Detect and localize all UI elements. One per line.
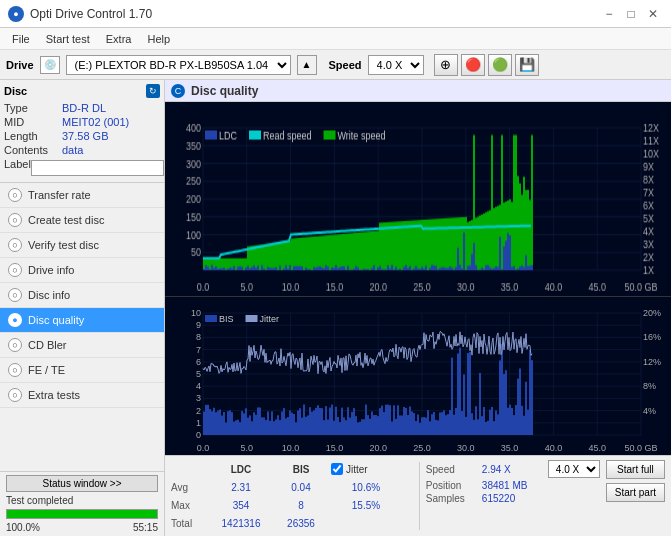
toolbar-btn-2[interactable]: 🔴 (461, 54, 485, 76)
stats-position-value: 38481 MB (482, 480, 542, 491)
disc-contents-value: data (62, 144, 160, 156)
stats-max-row: Max 354 8 15.5% (171, 496, 413, 514)
status-text: Test completed (6, 495, 73, 506)
stats-avg-jitter: 10.6% (331, 482, 401, 493)
minimize-button[interactable]: − (599, 6, 619, 22)
drive-eject-button[interactable]: ▲ (297, 55, 317, 75)
menu-help[interactable]: Help (139, 31, 178, 47)
disc-length-field: Length 37.58 GB (4, 130, 160, 142)
stats-divider (419, 462, 420, 530)
nav-create-test[interactable]: ○ Create test disc (0, 208, 164, 233)
disc-mid-value: MEIT02 (001) (62, 116, 160, 128)
nav-cd-bler[interactable]: ○ CD Bler (0, 333, 164, 358)
progress-bar-fill (7, 510, 157, 518)
nav-label-fe-te: FE / TE (28, 364, 65, 376)
status-bottom-row: 100.0% 55:15 (6, 522, 158, 533)
disc-header-label: Disc (4, 85, 27, 97)
disc-label-input-row: ⚙ (31, 160, 183, 176)
stats-max-label: Max (171, 500, 211, 511)
menu-bar: File Start test Extra Help (0, 28, 671, 50)
disc-section: Disc ↻ Type BD-R DL MID MEIT02 (001) Len… (0, 80, 164, 183)
main-content: Disc ↻ Type BD-R DL MID MEIT02 (001) Len… (0, 80, 671, 536)
stats-speed-label: Speed (426, 464, 476, 475)
nav-fe-te[interactable]: ○ FE / TE (0, 358, 164, 383)
disc-type-value: BD-R DL (62, 102, 160, 114)
close-button[interactable]: ✕ (643, 6, 663, 22)
stats-position-row: Position 38481 MB (426, 480, 600, 491)
jitter-label: Jitter (346, 464, 368, 475)
nav-verify-test[interactable]: ○ Verify test disc (0, 233, 164, 258)
speed-select[interactable]: 4.0 X (368, 55, 424, 75)
jitter-checkbox[interactable] (331, 463, 343, 475)
nav-extra-tests[interactable]: ○ Extra tests (0, 383, 164, 408)
menu-start-test[interactable]: Start test (38, 31, 98, 47)
stats-total-ldc: 1421316 (211, 518, 271, 529)
app-title: Opti Drive Control 1.70 (30, 7, 152, 21)
chart2-canvas (165, 297, 671, 455)
stats-jitter-check-cell: Jitter (331, 463, 401, 475)
menu-file[interactable]: File (4, 31, 38, 47)
nav-disc-info[interactable]: ○ Disc info (0, 283, 164, 308)
stats-table: LDC BIS Jitter Avg 2.31 0.04 10.6% (171, 460, 413, 532)
chart1-canvas (165, 102, 671, 296)
drive-label: Drive (6, 59, 34, 71)
speed-label: Speed (329, 59, 362, 71)
nav-icon-disc-info: ○ (8, 288, 22, 302)
disc-mid-label: MID (4, 116, 62, 128)
nav-label-drive-info: Drive info (28, 264, 74, 276)
progress-label: 100.0% (6, 522, 40, 533)
stats-samples-row: Samples 615220 (426, 493, 600, 504)
stats-speed-dropdown[interactable]: 4.0 X (548, 460, 600, 478)
stats-right: Speed 2.94 X 4.0 X Position 38481 MB Sam… (426, 460, 600, 532)
stats-avg-row: Avg 2.31 0.04 10.6% (171, 478, 413, 496)
stats-max-ldc: 354 (211, 500, 271, 511)
nav-label-disc-info: Disc info (28, 289, 70, 301)
toolbar-btn-3[interactable]: 🟢 (488, 54, 512, 76)
nav-icon-cd-bler: ○ (8, 338, 22, 352)
stats-speed-value: 2.94 X (482, 464, 542, 475)
nav-label-create: Create test disc (28, 214, 104, 226)
right-panel: C Disc quality LDC BIS (165, 80, 671, 536)
nav-label-extra: Extra tests (28, 389, 80, 401)
disc-contents-field: Contents data (4, 144, 160, 156)
drive-select[interactable]: (E:) PLEXTOR BD-R PX-LB950SA 1.04 (66, 55, 291, 75)
disc-refresh-icon[interactable]: ↻ (146, 84, 160, 98)
nav-items: ○ Transfer rate ○ Create test disc ○ Ver… (0, 183, 164, 471)
disc-mid-field: MID MEIT02 (001) (4, 116, 160, 128)
nav-icon-fe-te: ○ (8, 363, 22, 377)
nav-icon-drive-info: ○ (8, 263, 22, 277)
start-part-button[interactable]: Start part (606, 483, 665, 502)
stats-avg-label: Avg (171, 482, 211, 493)
buttons-col: Start full Start part (606, 460, 665, 532)
nav-label-disc-quality: Disc quality (28, 314, 84, 326)
stats-samples-label: Samples (426, 493, 476, 504)
title-bar-left: ● Opti Drive Control 1.70 (8, 6, 152, 22)
jitter-checkbox-label[interactable]: Jitter (331, 463, 401, 475)
nav-transfer-rate[interactable]: ○ Transfer rate (0, 183, 164, 208)
toolbar-icons: ⊕ 🔴 🟢 💾 (434, 54, 539, 76)
dq-title: Disc quality (191, 84, 258, 98)
nav-drive-info[interactable]: ○ Drive info (0, 258, 164, 283)
stats-max-jitter: 15.5% (331, 500, 401, 511)
chart1-container (165, 102, 671, 297)
disc-type-field: Type BD-R DL (4, 102, 160, 114)
toolbar-btn-1[interactable]: ⊕ (434, 54, 458, 76)
disc-label-label: Label (4, 158, 31, 176)
title-bar-controls: − □ ✕ (599, 6, 663, 22)
status-window-button[interactable]: Status window >> (6, 475, 158, 492)
toolbar-btn-4[interactable]: 💾 (515, 54, 539, 76)
stats-speed-row: Speed 2.94 X 4.0 X (426, 460, 600, 478)
menu-extra[interactable]: Extra (98, 31, 140, 47)
stats-total-row: Total 1421316 26356 (171, 514, 413, 532)
start-full-button[interactable]: Start full (606, 460, 665, 479)
stats-position-label: Position (426, 480, 476, 491)
stats-total-bis: 26356 (271, 518, 331, 529)
stats-header-row: LDC BIS Jitter (171, 460, 413, 478)
nav-icon-create: ○ (8, 213, 22, 227)
disc-label-input[interactable] (31, 160, 164, 176)
stats-avg-bis: 0.04 (271, 482, 331, 493)
stats-max-bis: 8 (271, 500, 331, 511)
nav-disc-quality[interactable]: ● Disc quality (0, 308, 164, 333)
status-bar: Status window >> Test completed 100.0% 5… (0, 471, 164, 536)
maximize-button[interactable]: □ (621, 6, 641, 22)
